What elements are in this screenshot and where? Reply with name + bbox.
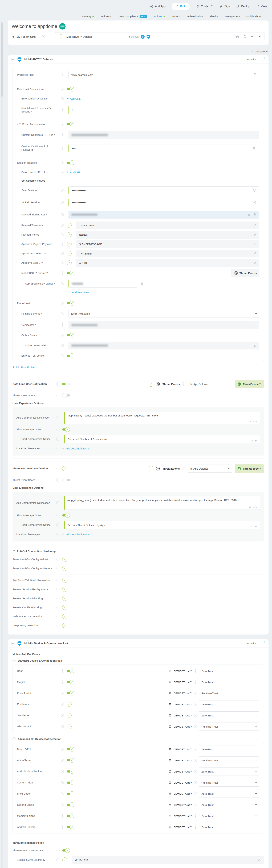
- edit-pencil-icon[interactable]: [253, 261, 256, 265]
- certificates-info-icon[interactable]: [61, 323, 64, 327]
- info-icon[interactable]: [56, 858, 59, 861]
- rl-threat-events-info-icon[interactable]: [182, 382, 185, 385]
- protected-host-info-icon[interactable]: [61, 73, 64, 76]
- mtls-info-icon[interactable]: [61, 123, 64, 126]
- duplicate-icon[interactable]: [235, 35, 239, 38]
- second-space-toggle[interactable]: [67, 802, 75, 807]
- mitm-attack-check[interactable]: [67, 724, 72, 729]
- info-icon[interactable]: [194, 692, 197, 695]
- collapse-all-control[interactable]: Collapse All: [0, 50, 268, 53]
- trash-icon[interactable]: [253, 213, 256, 216]
- safe-session-info-icon[interactable]: [61, 189, 64, 192]
- refresh-icon[interactable]: [243, 35, 247, 38]
- rl-score-info-icon[interactable]: [56, 394, 59, 397]
- threatscore-data-toggle[interactable]: [62, 867, 70, 868]
- info-icon[interactable]: [194, 681, 197, 684]
- pth-localized-info-icon[interactable]: [56, 533, 59, 536]
- p12-password-input[interactable]: ••••••: [69, 144, 259, 152]
- app-keys-info-icon[interactable]: [61, 282, 64, 285]
- info-icon[interactable]: [194, 803, 197, 806]
- pth-scn-input[interactable]: Security Threat Detected by App 31 / 50: [64, 521, 260, 529]
- p12-file-info-icon[interactable]: [61, 133, 64, 136]
- collapse-section-icon[interactable]: [11, 58, 14, 61]
- download-icon[interactable]: [253, 323, 256, 327]
- tab-security[interactable]: Security: [82, 15, 94, 18]
- rl-smo-info-icon[interactable]: [56, 428, 59, 431]
- android-players-trust-dropdown[interactable]: Zero-Trust: [199, 823, 259, 831]
- info-icon[interactable]: [194, 770, 197, 773]
- show-password-eye-icon[interactable]: [253, 201, 256, 204]
- add-key-value-link[interactable]: Add Key Value: [69, 291, 89, 294]
- threat-id-input[interactable]: THREATID: [76, 250, 259, 257]
- rl-add-localization-link[interactable]: Add Localization File: [62, 447, 89, 450]
- payload-nonce-check[interactable]: [67, 232, 72, 237]
- emulators-check[interactable]: [67, 702, 72, 707]
- auto-clicker-toggle[interactable]: [67, 758, 75, 763]
- at-risk-session-input[interactable]: •••••••••••••••: [69, 198, 259, 207]
- download-icon[interactable]: [253, 133, 256, 136]
- memory-editing-toggle[interactable]: [67, 813, 75, 818]
- threat-events-chip[interactable]: Threat Events: [231, 269, 259, 277]
- info-icon[interactable]: [61, 681, 64, 684]
- collapse-section-icon[interactable]: [11, 642, 14, 645]
- threat-event-metadata-toggle[interactable]: [62, 848, 70, 853]
- rl-threatscope-button[interactable]: ThreatScope™: [235, 380, 264, 388]
- pth-add-localization-link[interactable]: Add Localization File: [62, 533, 89, 536]
- info-icon[interactable]: [61, 814, 64, 817]
- context-button[interactable]: Context™: [196, 5, 213, 8]
- magisk-trust-dropdown[interactable]: Zero-Trust: [199, 678, 259, 686]
- p12-password-info-icon[interactable]: [61, 147, 64, 150]
- expand-caret-icon[interactable]: [259, 36, 261, 37]
- pth-score-toggle[interactable]: [62, 477, 70, 483]
- mtls-toggle[interactable]: [67, 122, 75, 127]
- mobilebot-source-toggle[interactable]: [67, 271, 75, 276]
- edit-pencil-icon[interactable]: [253, 224, 256, 227]
- tab-authentication[interactable]: Authentication: [187, 15, 203, 18]
- at-risk-session-info-icon[interactable]: [61, 201, 64, 204]
- app-id-info-icon[interactable]: [61, 261, 64, 265]
- info-icon[interactable]: [61, 714, 64, 717]
- rl-scn-input[interactable]: Exceeded Number of Connections 30 / 50: [64, 435, 260, 443]
- vpn-trust-dropdown[interactable]: Zero-Trust: [199, 745, 259, 753]
- second-space-trust-dropdown[interactable]: Zero-Trust: [199, 801, 259, 809]
- session-headers-info-icon[interactable]: [61, 161, 64, 164]
- info-icon[interactable]: [194, 792, 197, 795]
- mobilebot-source-info-icon[interactable]: [61, 272, 64, 275]
- add-url-link[interactable]: Add URL: [67, 97, 80, 100]
- cipher-suites-info-icon[interactable]: [61, 334, 64, 337]
- fusion-set-card[interactable]: MobileBOT™ Defense Services: 1 •••: [55, 32, 265, 41]
- pth-notification-info-icon[interactable]: [56, 467, 59, 470]
- show-password-eye-icon[interactable]: [253, 189, 256, 192]
- pth-threat-events-checkbox[interactable]: [149, 466, 153, 471]
- rl-notification-toggle[interactable]: [62, 381, 70, 386]
- more-actions-icon[interactable]: •••: [251, 36, 255, 37]
- edit-pencil-icon[interactable]: [253, 233, 256, 236]
- custom-frida-toggle[interactable]: [67, 780, 75, 785]
- tab-anti-fraud[interactable]: Anti Fraud: [100, 15, 112, 18]
- malicious-proxy-check[interactable]: [62, 614, 67, 619]
- pth-acn-info-icon[interactable]: [56, 501, 59, 504]
- signed-payload-check[interactable]: [67, 242, 72, 247]
- payload-timestamp-info-icon[interactable]: [61, 224, 64, 227]
- shell-code-trust-dropdown[interactable]: Zero-Trust: [199, 790, 259, 798]
- info-icon[interactable]: [56, 849, 59, 852]
- info-icon[interactable]: [61, 781, 64, 784]
- session-hijacking-check[interactable]: [62, 596, 67, 601]
- enforcement-urls2-info-icon[interactable]: [61, 170, 64, 174]
- session-headers-toggle[interactable]: [67, 160, 75, 165]
- tab-management[interactable]: Management: [224, 15, 240, 18]
- cipher-file-input[interactable]: [69, 342, 259, 349]
- simulators-trust-dropdown[interactable]: Zero-Trust: [199, 711, 259, 719]
- frida-toolkits-toggle[interactable]: [67, 691, 75, 696]
- protected-host-input[interactable]: www.example.com: [69, 71, 259, 79]
- auto-clicker-trust-dropdown[interactable]: Runtime-Trust: [199, 756, 259, 764]
- cipher-file-info-icon[interactable]: [61, 344, 64, 347]
- max-requests-info-icon[interactable]: [61, 108, 64, 112]
- edit-pencil-icon[interactable]: [253, 243, 256, 246]
- threat-id-check[interactable]: [67, 251, 72, 256]
- info-icon[interactable]: [56, 615, 59, 618]
- android-players-toggle[interactable]: [67, 825, 75, 830]
- cipher-suites-toggle[interactable]: [67, 333, 75, 338]
- pth-scn-info-icon[interactable]: [56, 523, 59, 527]
- trash-icon[interactable]: [140, 282, 143, 285]
